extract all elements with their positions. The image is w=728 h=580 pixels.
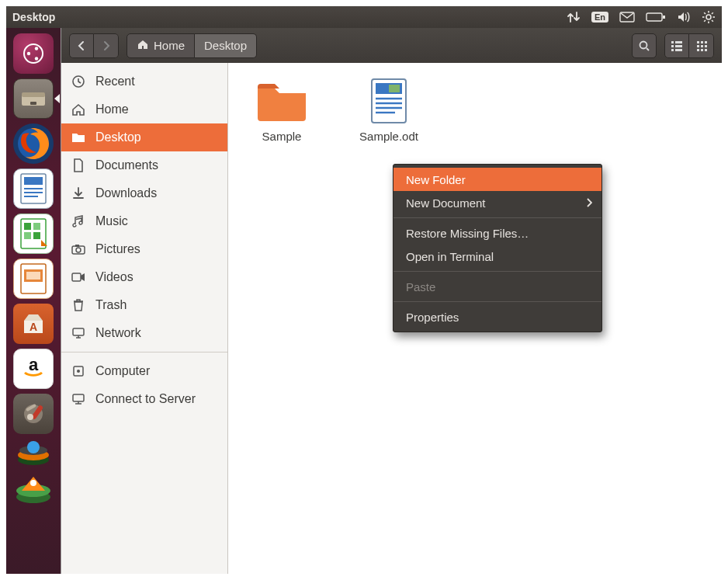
search-button[interactable] (632, 33, 657, 58)
sidebar-item-label: Downloads (95, 186, 157, 200)
network-updown-icon[interactable] (567, 11, 581, 23)
svg-rect-64 (705, 49, 707, 51)
breadcrumb-desktop[interactable]: Desktop (195, 33, 257, 58)
svg-text:A: A (29, 321, 37, 333)
svg-rect-28 (24, 232, 31, 239)
sidebar-item-music[interactable]: Music (61, 207, 227, 235)
svg-point-12 (24, 44, 43, 63)
nav-forward-button[interactable] (94, 33, 119, 58)
sidebar-item-recent[interactable]: Recent (61, 68, 227, 96)
svg-rect-1 (647, 13, 662, 21)
fm-sidebar: Recent Home Desktop Documents (61, 63, 228, 574)
svg-rect-55 (675, 49, 682, 51)
sidebar-item-documents[interactable]: Documents (61, 151, 227, 179)
ctx-item-label: Paste (406, 280, 435, 293)
volume-icon[interactable] (677, 11, 691, 23)
trash-icon (71, 297, 86, 313)
launcher-impress[interactable] (12, 258, 54, 300)
ctx-item-label: New Folder (406, 173, 466, 186)
sidebar-item-label: Recent (95, 75, 135, 89)
launcher-settings[interactable] (12, 393, 54, 435)
svg-line-9 (712, 20, 713, 22)
svg-rect-68 (75, 245, 79, 247)
svg-rect-33 (26, 272, 40, 280)
ctx-properties[interactable]: Properties (393, 305, 601, 328)
ctx-new-folder[interactable]: New Folder (393, 168, 601, 191)
sidebar-item-computer[interactable]: Computer (61, 357, 227, 385)
svg-rect-27 (33, 223, 40, 230)
launcher-firefox[interactable] (12, 123, 54, 165)
svg-rect-59 (697, 45, 699, 47)
svg-rect-18 (30, 102, 36, 105)
svg-line-49 (647, 48, 649, 50)
sidebar-item-connect-server[interactable]: Connect to Server (61, 385, 227, 413)
launcher-stack-2[interactable] (12, 472, 54, 506)
sidebar-item-label: Documents (95, 158, 158, 172)
svg-text:a: a (29, 355, 39, 374)
home-icon (71, 102, 86, 117)
launcher-writer[interactable] (12, 168, 54, 210)
svg-rect-62 (697, 49, 699, 51)
svg-line-11 (712, 12, 713, 14)
launcher-amazon[interactable]: a (12, 348, 54, 390)
ctx-separator (393, 271, 601, 272)
svg-point-43 (27, 441, 40, 453)
file-item-odt[interactable]: Sample.odt (354, 77, 424, 143)
ctx-restore-missing[interactable]: Restore Missing Files… (393, 221, 601, 245)
svg-point-15 (35, 57, 38, 60)
sidebar-item-downloads[interactable]: Downloads (61, 179, 227, 207)
launcher-software[interactable]: A (12, 303, 54, 345)
svg-rect-51 (675, 41, 682, 43)
svg-rect-76 (389, 85, 400, 92)
document-icon (71, 158, 86, 173)
svg-rect-2 (663, 16, 665, 19)
computer-icon (71, 363, 86, 379)
breadcrumb-desktop-label: Desktop (204, 39, 247, 52)
launcher-files[interactable] (12, 78, 54, 120)
svg-point-38 (27, 414, 33, 420)
svg-rect-63 (701, 49, 703, 51)
folder-icon (254, 77, 310, 125)
svg-point-72 (77, 370, 80, 373)
sidebar-item-label: Network (95, 326, 141, 340)
ctx-item-label: Properties (406, 311, 459, 324)
gear-icon[interactable] (702, 10, 716, 24)
battery-icon[interactable] (646, 12, 666, 23)
sidebar-item-label: Home (95, 102, 129, 116)
server-icon (71, 391, 86, 407)
top-menubar: Desktop En (6, 6, 722, 28)
ctx-new-document[interactable]: New Document (393, 191, 601, 214)
sidebar-item-trash[interactable]: Trash (61, 291, 227, 319)
breadcrumb-home[interactable]: Home (127, 33, 195, 58)
ctx-paste: Paste (393, 275, 601, 298)
file-manager: Home Desktop (61, 28, 722, 574)
sidebar-item-videos[interactable]: Videos (61, 263, 227, 291)
odt-file-icon (361, 77, 417, 125)
sidebar-item-label: Connect to Server (95, 392, 196, 406)
sidebar-item-network[interactable]: Network (61, 319, 227, 347)
clock-icon (71, 74, 86, 89)
ctx-open-terminal[interactable]: Open in Terminal (393, 245, 601, 268)
view-list-button[interactable] (664, 33, 689, 58)
sidebar-item-home[interactable]: Home (61, 96, 227, 123)
svg-rect-52 (671, 45, 674, 47)
launcher-calc[interactable] (12, 213, 54, 255)
chevron-right-icon (586, 196, 592, 210)
ctx-item-label: Open in Terminal (406, 250, 494, 263)
svg-point-14 (35, 47, 38, 50)
sidebar-item-label: Pictures (95, 242, 140, 256)
view-grid-button[interactable] (689, 33, 714, 58)
mail-icon[interactable] (619, 12, 635, 23)
file-label: Sample.odt (359, 130, 418, 143)
file-item-folder[interactable]: Sample (247, 77, 317, 143)
sidebar-item-pictures[interactable]: Pictures (61, 235, 227, 263)
music-icon (71, 214, 86, 229)
keyboard-layout-indicator[interactable]: En (591, 12, 608, 23)
launcher-stack-1[interactable] (12, 438, 54, 469)
svg-rect-56 (697, 41, 699, 43)
nav-back-button[interactable] (69, 33, 94, 58)
svg-rect-57 (701, 41, 703, 43)
launcher-dash[interactable] (12, 33, 54, 75)
sidebar-item-desktop[interactable]: Desktop (61, 123, 227, 151)
svg-rect-21 (24, 177, 43, 185)
